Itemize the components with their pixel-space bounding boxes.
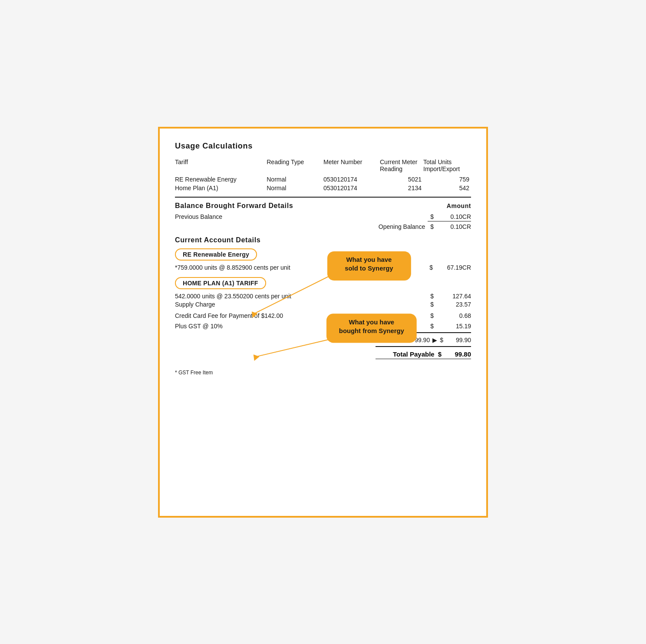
balance-section: Balance Brought Forward Details Amount P…: [175, 202, 471, 230]
total-label: Total: [373, 337, 386, 343]
total-dollar1: $: [394, 337, 398, 343]
total-units-2: 542: [423, 184, 471, 192]
meter-number-2: 0530120174: [323, 184, 380, 192]
table-row: RE Renewable Energy Normal 0530120174 50…: [175, 175, 471, 184]
current-meter-2: 2134: [380, 184, 423, 192]
fee-amount: $ 0.68: [430, 312, 471, 319]
re-detail-label: *759.0000 units @ 8.852900 cents per uni…: [175, 264, 290, 271]
re-renewable-tariff-box: RE Renewable Energy: [175, 248, 257, 261]
total-amounts: $ 99.90 ▶ $ 99.90: [394, 337, 471, 343]
re-detail-row: *759.0000 units @ 8.852900 cents per uni…: [175, 264, 471, 271]
meter-number-1: 0530120174: [323, 175, 380, 184]
balance-header: Balance Brought Forward Details Amount: [175, 202, 471, 210]
usage-table: Tariff Reading Type Meter Number Current…: [175, 158, 471, 192]
home-plan-units-amount: $ 127.64: [430, 293, 471, 300]
current-account-section: Current Account Details RE Renewable Ene…: [175, 236, 471, 359]
amount-label: Amount: [447, 202, 471, 209]
fee-value: 0.68: [436, 312, 471, 319]
gst-row: Plus GST @ 10% $ 15.19: [175, 323, 471, 330]
divider-payable-thin: [376, 359, 471, 359]
total-payable-value: 99.80: [445, 350, 471, 358]
total-arrow: ▶: [432, 337, 437, 343]
col-header-total-units: Total UnitsImport/Export: [423, 158, 471, 175]
table-row: Home Plan (A1) Normal 0530120174 2134 54…: [175, 184, 471, 192]
reading-type-1: Normal: [267, 175, 323, 184]
re-detail-value: 67.19CR: [436, 264, 471, 271]
divider-prev: [428, 221, 471, 221]
footnote: * GST Free Item: [175, 370, 471, 376]
re-detail-dollar: $: [429, 264, 433, 271]
total-units-1: 759: [423, 175, 471, 184]
page-title: Usage Calculations: [175, 142, 471, 151]
opening-balance-label: Opening Balance: [379, 223, 425, 230]
col-header-tariff: Tariff: [175, 158, 267, 175]
opening-balance-dollar: $: [430, 223, 434, 230]
previous-balance-value: 0.10CR: [436, 213, 471, 220]
total-payable-row: Total Payable $ 99.80: [175, 350, 471, 358]
previous-balance-dollar: $: [430, 213, 434, 220]
fee-dollar: $: [430, 312, 434, 319]
gst-value: 15.19: [436, 323, 471, 330]
fee-row: Credit Card Fee for Payment of $142.00 $…: [175, 312, 471, 319]
bill-container: Usage Calculations Tariff Reading Type M…: [158, 127, 488, 518]
current-meter-1: 5021: [380, 175, 423, 184]
divider-payable: [376, 346, 471, 347]
balance-section-title: Balance Brought Forward Details: [175, 202, 293, 210]
current-account-title: Current Account Details: [175, 236, 471, 244]
supply-charge-label: Supply Charge: [175, 301, 215, 308]
opening-balance-row: Opening Balance $ 0.10CR: [175, 223, 471, 230]
previous-balance-row: Previous Balance $ 0.10CR: [175, 213, 471, 220]
supply-charge-value: 23.57: [436, 301, 471, 308]
home-plan-tariff-box: HOME PLAN (A1) TARIFF: [175, 277, 266, 289]
previous-balance-label: Previous Balance: [175, 213, 222, 220]
tariff-1: RE Renewable Energy: [175, 175, 267, 184]
total-value1: 99.90: [399, 337, 430, 343]
tariff-2: Home Plan (A1): [175, 184, 267, 192]
home-plan-units-dollar: $: [430, 293, 434, 300]
reading-type-2: Normal: [267, 184, 323, 192]
divider-usage: [175, 197, 471, 198]
supply-charge-row: Supply Charge $ 23.57: [175, 301, 471, 308]
home-plan-section: HOME PLAN (A1) TARIFF 542.0000 units @ 2…: [175, 277, 471, 359]
gst-label: Plus GST @ 10%: [175, 323, 223, 330]
total-value2: 99.90: [445, 337, 471, 343]
re-detail-amount: $ 67.19CR: [429, 264, 471, 271]
supply-charge-amount: $ 23.57: [430, 301, 471, 308]
gst-dollar: $: [430, 323, 434, 330]
opening-balance-value: 0.10CR: [436, 223, 471, 230]
col-header-meter-number: Meter Number: [323, 158, 380, 175]
total-dollar2: $: [440, 337, 443, 343]
home-plan-units-label: 542.0000 units @ 23.550200 cents per uni…: [175, 293, 291, 300]
col-header-reading-type: Reading Type: [267, 158, 323, 175]
total-row: Total $ 99.90 ▶ $ 99.90: [175, 337, 471, 343]
total-payable-dollar: $: [438, 350, 442, 358]
home-plan-units-value: 127.64: [436, 293, 471, 300]
supply-charge-dollar: $: [430, 301, 434, 308]
divider-total: [376, 332, 471, 333]
fee-label: Credit Card Fee for Payment of $142.00: [175, 312, 283, 319]
home-plan-units-row: 542.0000 units @ 23.550200 cents per uni…: [175, 293, 471, 300]
total-payable-label: Total Payable: [393, 350, 435, 358]
gst-amount: $ 15.19: [430, 323, 471, 330]
col-header-current-meter: Current MeterReading: [380, 158, 423, 175]
